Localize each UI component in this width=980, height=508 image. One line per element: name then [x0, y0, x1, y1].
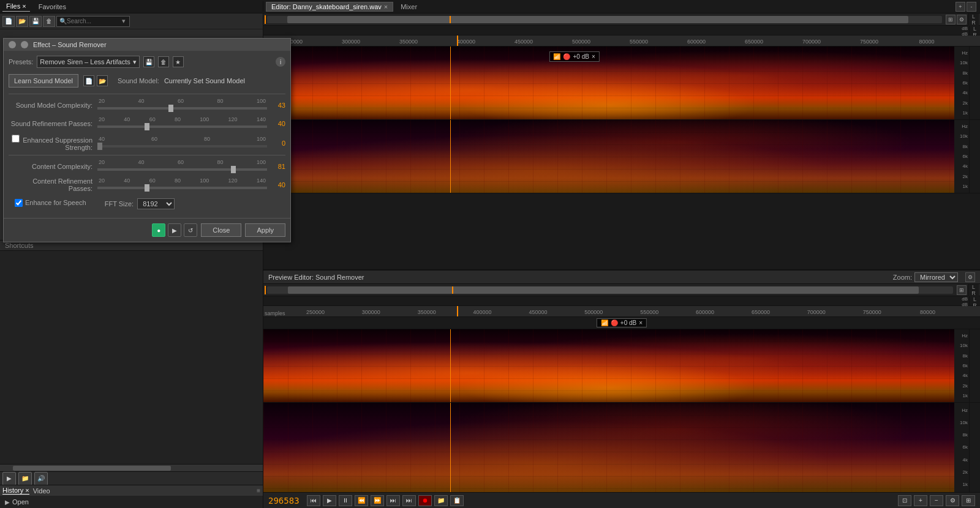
- preview-playhead: [457, 306, 458, 316]
- preset-save-btn[interactable]: 💾: [143, 56, 154, 67]
- sound-refinement-passes-input[interactable]: [97, 125, 267, 128]
- presets-dropdown[interactable]: Remove Siren – Less Artifacts ▾: [37, 56, 139, 68]
- transport-folder-btn[interactable]: 📁: [434, 495, 448, 506]
- play-btn-left[interactable]: ▶: [2, 472, 16, 485]
- content-complexity-track[interactable]: [97, 165, 267, 174]
- track-1: 📶 🔴 +0 dB × Hz 10k 8k 6k 4k 2k 1k: [263, 47, 980, 120]
- expand-btn[interactable]: ⊞: [946, 15, 956, 24]
- open-btn[interactable]: 📂: [16, 16, 28, 27]
- search-input[interactable]: [67, 18, 122, 24]
- search-box[interactable]: 🔍 ▾: [56, 16, 130, 27]
- tab-close-icon[interactable]: ×: [384, 3, 388, 10]
- fft-select[interactable]: 512 1024 2048 4096 8192 16384: [137, 198, 175, 209]
- record-transport-btn[interactable]: ●: [152, 223, 165, 237]
- delete-btn[interactable]: 🗑: [43, 16, 55, 27]
- lr-labels-db: L R: [969, 26, 980, 35]
- scrollbar-thumb[interactable]: [13, 466, 170, 471]
- main-scrollbar-row[interactable]: ⊞ ⚙ L R: [263, 13, 980, 26]
- track-2-playhead: [450, 120, 451, 193]
- panel-minimize-btn[interactable]: ≡: [257, 487, 260, 494]
- preview-settings-btn[interactable]: ⚙: [965, 272, 975, 282]
- sound-model-complexity-input[interactable]: [97, 107, 267, 110]
- apply-btn[interactable]: Apply: [245, 223, 285, 237]
- transport-next-btn-1[interactable]: ⏩: [371, 495, 384, 506]
- preview-scroll-track[interactable]: [267, 286, 953, 294]
- model-icon-2[interactable]: 📂: [97, 75, 108, 86]
- loop-transport-btn[interactable]: ↺: [184, 223, 197, 237]
- transport-rewind-btn[interactable]: ⏮: [307, 495, 320, 506]
- content-refinement-passes-input[interactable]: [97, 187, 267, 189]
- dialog-title: Effect – Sound Remover: [33, 41, 107, 48]
- dialog-title-bar: Effect – Sound Remover: [4, 39, 290, 51]
- transport-next-btn-2[interactable]: ⏭: [386, 495, 400, 506]
- sound-model-complexity-track[interactable]: [97, 104, 267, 113]
- close-btn[interactable]: Close: [201, 223, 241, 237]
- main-scroll-handle[interactable]: [287, 16, 908, 23]
- enhance-speech-checkbox[interactable]: [15, 199, 23, 207]
- enhance-speech-row: Enhance for Speech FFT Size: 512 1024 20…: [9, 196, 285, 209]
- preview-track-db: +0 dB: [620, 319, 636, 326]
- preview-scrollbar-row[interactable]: ⊞ L R: [263, 284, 980, 296]
- main-scroll-track[interactable]: [267, 16, 942, 23]
- file-area[interactable]: [0, 250, 263, 464]
- horizontal-scrollbar[interactable]: [0, 464, 263, 471]
- learn-sound-model-btn[interactable]: Learn Sound Model: [9, 74, 78, 88]
- preview-track-2-spectrogram[interactable]: [263, 403, 954, 492]
- files-tab[interactable]: Files ×: [2, 1, 30, 12]
- main-timeline-labels: 250000 300000 350000 400000 450000 50000…: [265, 39, 956, 46]
- new-btn[interactable]: 📄: [2, 16, 15, 27]
- editor-tab[interactable]: Editor: Danny_skateboard_siren.wav ×: [266, 2, 393, 12]
- favorites-tab[interactable]: Favorites: [35, 2, 70, 12]
- expand-bottom-btn[interactable]: ⊞: [962, 495, 975, 506]
- history-item-open[interactable]: ▶ Open: [5, 498, 29, 506]
- dialog-close-dot-1[interactable]: [9, 41, 16, 48]
- track-1-close[interactable]: ×: [592, 53, 595, 60]
- transport-play-btn[interactable]: ▶: [323, 495, 336, 506]
- track-1-spectrogram[interactable]: 📶 🔴 +0 dB ×: [263, 47, 954, 119]
- zoom-in-bottom-btn[interactable]: +: [914, 495, 927, 506]
- zoom-fit-btn[interactable]: ⊡: [898, 495, 911, 506]
- transport-record-btn[interactable]: ⏺: [418, 495, 432, 506]
- video-tab[interactable]: Video: [33, 487, 50, 495]
- model-icon-1[interactable]: 📄: [83, 75, 94, 86]
- sound-model-complexity-slider-container: 20 40 60 80 100: [97, 98, 267, 113]
- zoom-in-btn[interactable]: +: [956, 2, 965, 12]
- audio-btn-left[interactable]: 🔊: [34, 472, 48, 485]
- left-bottom-controls: ▶ 📁 🔊: [0, 471, 263, 485]
- preview-expand-btn[interactable]: ⊞: [957, 285, 967, 295]
- preview-track-1-spectrogram[interactable]: [263, 329, 954, 402]
- content-refinement-passes-track[interactable]: [97, 184, 267, 192]
- zoom-out-bottom-btn[interactable]: −: [930, 495, 943, 506]
- zoom-dropdown[interactable]: Mirrored: [914, 272, 958, 282]
- history-tab[interactable]: History ×: [2, 487, 29, 495]
- transport-next-btn-3[interactable]: ⏭: [402, 495, 416, 506]
- preview-popup-close[interactable]: ×: [639, 319, 643, 326]
- zoom-out-btn[interactable]: -: [967, 2, 976, 12]
- settings-btn[interactable]: ⚙: [957, 15, 967, 24]
- dropdown-chevron: ▾: [133, 58, 137, 66]
- transport-prev-btn[interactable]: ⏪: [355, 495, 368, 506]
- enhanced-suppression-track[interactable]: [97, 142, 267, 151]
- content-refinement-passes-value: 40: [267, 181, 285, 189]
- dialog-close-dot-2[interactable]: [21, 41, 28, 48]
- track-2-spectrogram[interactable]: [263, 120, 954, 193]
- transport-clip-btn[interactable]: 📋: [450, 495, 464, 506]
- preset-star-btn[interactable]: ★: [173, 56, 184, 67]
- settings-bottom-btn[interactable]: ⚙: [946, 495, 959, 506]
- track-1-playhead: [450, 47, 451, 119]
- content-complexity-input[interactable]: [97, 168, 267, 171]
- mixer-tab[interactable]: Mixer: [396, 2, 422, 11]
- content-refinement-passes-slider-container: 20 40 60 80 100 120 140: [97, 177, 267, 192]
- sound-refinement-passes-track[interactable]: [97, 122, 267, 131]
- preview-scroll-handle[interactable]: [288, 286, 919, 294]
- toolbar-row: 📄 📂 💾 🗑 🔍 ▾: [0, 13, 263, 29]
- enhanced-suppression-checkbox[interactable]: [12, 135, 20, 143]
- preset-delete-btn[interactable]: 🗑: [158, 56, 169, 67]
- info-btn[interactable]: i: [276, 57, 285, 67]
- folder-btn-left[interactable]: 📁: [18, 472, 32, 485]
- enhanced-suppression-input[interactable]: [97, 145, 267, 148]
- play-transport-btn[interactable]: ▶: [168, 223, 181, 237]
- save-btn[interactable]: 💾: [29, 16, 42, 27]
- transport-pause-btn[interactable]: ⏸: [339, 495, 352, 506]
- search-dropdown-icon[interactable]: ▾: [122, 17, 126, 25]
